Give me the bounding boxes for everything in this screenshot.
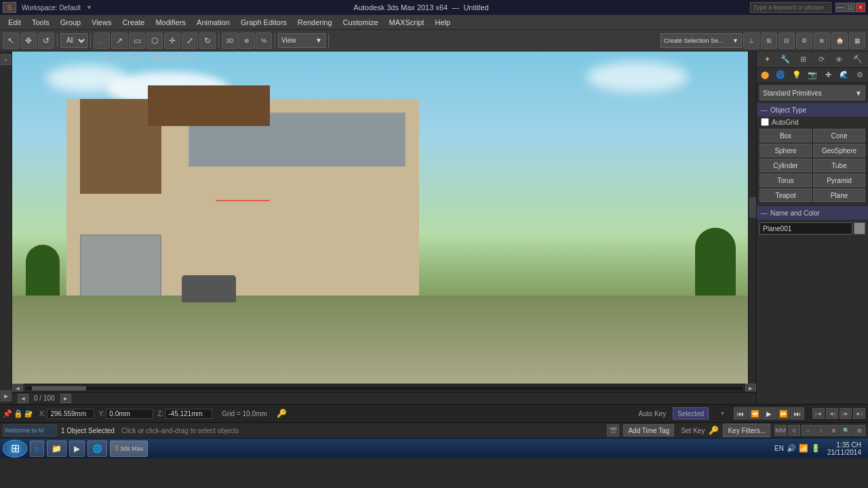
coord-btn-1[interactable]: 3D — [222, 33, 238, 49]
lang-indicator[interactable]: EN — [774, 445, 784, 452]
mini-btn-1[interactable]: MM — [774, 425, 787, 436]
btn-play[interactable]: ▶ — [762, 407, 776, 420]
menu-customize[interactable]: Customize — [338, 17, 384, 28]
taskbar-browser[interactable]: 🌐 — [87, 441, 107, 457]
tool-extra-2[interactable]: ⊞ — [761, 33, 777, 49]
pin-icon[interactable]: 📌 — [3, 409, 12, 418]
pan-btn-4[interactable]: 🔍 — [840, 425, 852, 436]
obj-btn-teapot[interactable]: Teapot — [760, 188, 812, 202]
viewport[interactable]: [+] [Front] [Realistic] — [12, 52, 756, 384]
viewport-nav-thumb[interactable] — [749, 197, 756, 218]
autogrid-checkbox[interactable] — [761, 118, 769, 126]
obj-btn-pyramid[interactable]: Pyramid — [813, 174, 865, 187]
tool-extra-4[interactable]: ⚙ — [796, 33, 812, 49]
tab-create[interactable]: ✦ — [760, 54, 774, 66]
tool-extra-6[interactable]: 🏠 — [831, 33, 848, 49]
tool-extra-1[interactable]: ⊥ — [743, 33, 760, 49]
app-icon[interactable]: S — [3, 2, 16, 13]
name-color-collapse[interactable]: — — [761, 209, 768, 217]
left-sidebar-btn-1[interactable]: + — [1, 54, 12, 65]
sub-icon-systems[interactable]: ⚙ — [853, 69, 867, 81]
obj-btn-tube[interactable]: Tube — [813, 159, 865, 172]
key-filters-btn[interactable]: Key Filters... — [723, 424, 770, 437]
taskbar-ie[interactable]: e — [30, 441, 44, 457]
taskbar-media[interactable]: ▶ — [69, 441, 85, 457]
btn-goto-end[interactable]: ⏭ — [791, 407, 804, 420]
menu-maxscript[interactable]: MAXScript — [384, 17, 430, 28]
btn-goto-start[interactable]: ⏮ — [734, 407, 747, 420]
tool-rect-select[interactable]: ▭ — [129, 33, 145, 49]
frame-nav-2[interactable]: ◄| — [826, 408, 838, 419]
obj-btn-box[interactable]: Box — [760, 129, 812, 142]
tool-pointer[interactable]: ↗ — [111, 33, 127, 49]
view-dropdown[interactable]: View ▼ — [278, 33, 326, 48]
taskbar-explorer[interactable]: 📁 — [47, 441, 66, 457]
lock-icon[interactable]: 🔒 — [14, 409, 23, 418]
menu-group[interactable]: Group — [55, 17, 87, 28]
coord-btn-2[interactable]: ⊕ — [239, 33, 255, 49]
menu-rendering[interactable]: Rendering — [292, 17, 338, 28]
tab-display[interactable]: 👁 — [833, 54, 846, 66]
pan-btn-2[interactable]: ↕ — [814, 425, 827, 436]
volume-icon[interactable]: 🔊 — [787, 444, 796, 453]
menu-modifiers[interactable]: Modifiers — [150, 17, 191, 28]
color-swatch[interactable] — [854, 222, 865, 235]
tool-3d[interactable]: ⬡ — [146, 33, 163, 49]
frame-nav-1[interactable]: |◄ — [812, 408, 825, 419]
frame-fwd-btn[interactable]: ► — [60, 394, 71, 403]
tool-extra-7[interactable]: ▦ — [849, 33, 865, 49]
menu-views[interactable]: Views — [86, 17, 117, 28]
tab-utilities[interactable]: 🔨 — [851, 54, 865, 66]
obj-btn-cylinder[interactable]: Cylinder — [760, 159, 812, 172]
camera-toggle-btn[interactable]: 🎬 — [607, 424, 619, 436]
sub-icon-helper[interactable]: ✚ — [821, 69, 835, 81]
sub-icon-spacewarp[interactable]: 🌊 — [837, 69, 851, 81]
tab-motion[interactable]: ⟳ — [814, 54, 828, 66]
filter-dropdown[interactable]: All — [60, 33, 87, 48]
close-button[interactable]: ✕ — [856, 3, 865, 12]
mini-btn-2[interactable]: 0 — [788, 425, 800, 436]
tab-hierarchy[interactable]: ⊞ — [797, 54, 810, 66]
network-icon[interactable]: 📶 — [799, 444, 808, 453]
sub-icon-camera[interactable]: 📷 — [806, 69, 819, 81]
menu-help[interactable]: Help — [430, 17, 456, 28]
tab-modify[interactable]: 🔧 — [778, 54, 792, 66]
taskbar-max[interactable]: 3 3ds Max — [110, 441, 149, 457]
add-time-tag-btn[interactable]: Add Time Tag — [623, 424, 674, 436]
key-icon[interactable]: 🔑 — [277, 409, 287, 418]
tool-circle[interactable]: ↻ — [199, 33, 216, 49]
obj-btn-sphere[interactable]: Sphere — [760, 144, 812, 157]
sub-icon-light[interactable]: 💡 — [790, 69, 804, 81]
obj-btn-torus[interactable]: Torus — [760, 174, 812, 187]
tool-extra-5[interactable]: ⊕ — [814, 33, 830, 49]
scrollbar-track[interactable] — [24, 386, 744, 391]
menu-animation[interactable]: Animation — [191, 17, 235, 28]
sub-icon-shape[interactable]: 🌀 — [774, 69, 787, 81]
menu-tools[interactable]: Tools — [26, 17, 55, 28]
selection-dropdown[interactable]: Create Selection Se... ▼ — [660, 33, 742, 48]
object-type-collapse[interactable]: — — [761, 106, 768, 114]
left-sidebar-btn-2[interactable]: ▶ — [1, 390, 12, 401]
dropdown-arrow-icon[interactable]: ▼ — [86, 4, 92, 11]
scrollbar-thumb[interactable] — [32, 386, 86, 390]
search-input[interactable] — [750, 2, 831, 13]
tool-extra-3[interactable]: ⊟ — [778, 33, 795, 49]
obj-btn-geosphere[interactable]: GeoSphere — [813, 144, 865, 157]
key-icon-2[interactable]: 🔑 — [709, 426, 719, 435]
start-button[interactable]: ⊞ — [3, 440, 27, 458]
dropdown-arrow-small[interactable]: ▼ — [719, 410, 726, 417]
pan-btn-3[interactable]: ⊕ — [827, 425, 840, 436]
btn-next-frame[interactable]: ⏩ — [776, 407, 790, 420]
object-name-input[interactable] — [760, 222, 852, 235]
lock2-icon[interactable]: 🔐 — [24, 410, 33, 418]
frame-nav-4[interactable]: ►| — [853, 408, 865, 419]
sub-icon-geometry[interactable]: ⬤ — [758, 69, 772, 81]
clock-area[interactable]: 1:35 CH 21/11/2014 — [823, 441, 865, 456]
minimize-button[interactable]: — — [835, 3, 845, 12]
tool-scale[interactable]: ⤢ — [182, 33, 198, 49]
frame-back-btn[interactable]: ◄ — [18, 394, 28, 403]
battery-icon[interactable]: 🔋 — [811, 444, 821, 453]
pan-btn-1[interactable]: ↔ — [802, 425, 814, 436]
category-dropdown[interactable]: Standard Primitives ▼ — [760, 85, 865, 100]
menu-edit[interactable]: Edit — [3, 17, 26, 28]
